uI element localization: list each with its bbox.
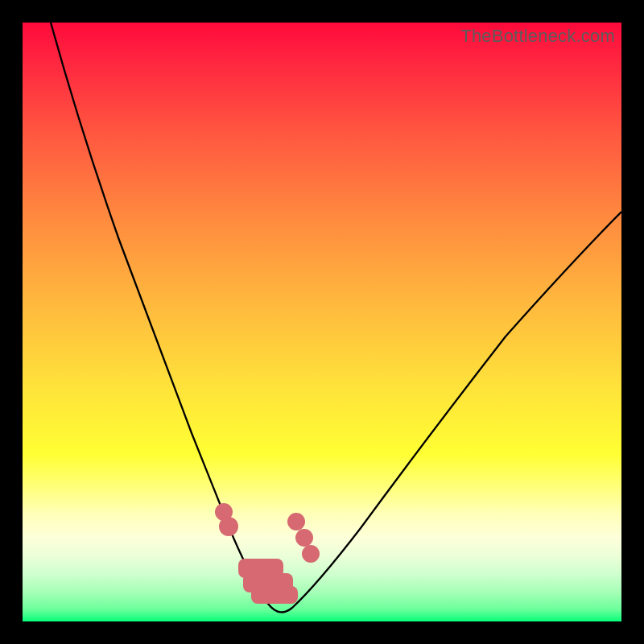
marker-dot [302, 545, 320, 563]
marker-dot [219, 517, 238, 536]
marker-dot [287, 513, 305, 530]
bottleneck-curve [51, 23, 621, 612]
plot-area: TheBottleneck.com [23, 23, 621, 621]
chart-canvas: TheBottleneck.com [0, 0, 644, 644]
marker-dot [295, 529, 313, 547]
marker-bar [251, 586, 298, 604]
curve-layer [23, 23, 621, 621]
